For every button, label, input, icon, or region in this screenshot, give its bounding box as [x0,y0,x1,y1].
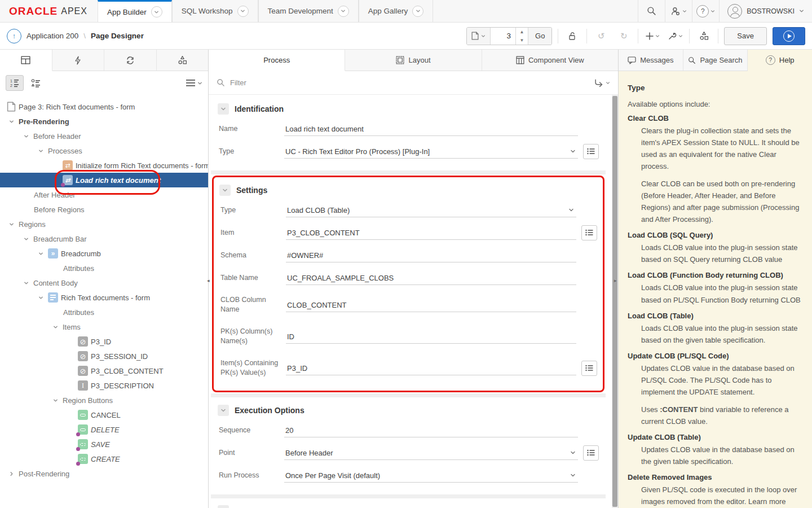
chevron-down-icon[interactable] [7,222,16,227]
tree-node-before-regions[interactable]: Before Regions [0,202,208,217]
list-of-values-button[interactable] [581,225,597,240]
search-icon[interactable] [638,0,665,22]
tree-node-pre-rendering[interactable]: Pre-Rendering [0,114,208,129]
expand-icon[interactable] [218,505,229,508]
schema-input[interactable]: #OWNER# [286,248,576,262]
tree-node-save-button[interactable]: SAVE [0,437,208,452]
tree-node-create-button[interactable]: CREATE [0,452,208,466]
tree-node-p3-id[interactable]: ⊘ P3_ID [0,334,208,349]
create-menu-icon[interactable] [644,28,661,45]
tree-node-region-buttons[interactable]: Region Buttons [0,393,208,408]
tab-rendering[interactable] [0,50,52,71]
user-menu[interactable]: BOSTROWSKI [719,0,812,22]
chevron-down-icon[interactable] [151,6,162,17]
tree-node-form-region[interactable]: Rich Text documents - form [0,290,208,305]
tab-sql-workshop[interactable]: SQL Workshop [172,0,258,22]
save-button[interactable]: Save [724,27,767,45]
type-select[interactable]: UC - Rich Text Editor Pro (Process) [Plu… [284,144,578,159]
tab-app-builder[interactable]: App Builder [98,0,172,22]
group-by-type-toggle[interactable] [27,75,45,91]
chevron-down-icon[interactable] [338,6,349,17]
chevron-down-icon[interactable] [7,119,16,124]
breadcrumb-application-link[interactable]: Application 200 [27,32,78,40]
tree-node-delete-button[interactable]: DELETE [0,422,208,437]
sequence-input[interactable]: 20 [284,423,578,437]
chevron-down-icon[interactable] [21,134,30,139]
tree-node-page[interactable]: Page 3: Rich Text documents - form [0,99,208,114]
tree-node-breadcrumb-bar[interactable]: Breadcrumb Bar [0,231,208,246]
utilities-wrench-icon[interactable] [667,28,683,45]
help-menu-icon[interactable]: ? [692,0,719,22]
tree-node-after-header[interactable]: After Header [0,187,208,202]
clob-column-input[interactable]: CLOB_CONTENT [286,297,576,312]
tab-process[interactable]: Process [209,50,345,71]
tree-node-p3-clob-content[interactable]: ⊘ P3_CLOB_CONTENT [0,364,208,378]
tree-node-form-attributes[interactable]: Attributes [0,305,208,319]
tree-node-content-body[interactable]: Content Body [0,275,208,290]
point-select[interactable]: Before Header [284,445,578,460]
collapse-icon[interactable] [218,103,229,115]
lock-icon[interactable] [564,28,581,45]
table-name-input[interactable]: UC_FROALA_SAMPLE_CLOBS [286,270,576,285]
pk-items-input[interactable]: P3_ID [286,361,576,375]
tree-node-regions[interactable]: Regions [0,217,208,231]
item-input[interactable]: P3_CLOB_CONTENT [286,225,576,240]
tab-page-shared-components[interactable] [157,50,209,71]
list-of-values-button[interactable] [581,361,597,376]
tab-app-gallery[interactable]: App Gallery [359,0,434,22]
undo-icon[interactable]: ↺ [593,28,610,45]
tree-node-cancel-button[interactable]: CANCEL [0,408,208,422]
tree-node-post-rendering[interactable]: Post-Rendering [0,466,208,481]
run-page-button[interactable] [773,27,805,45]
chevron-down-icon[interactable] [36,251,45,256]
page-picker-button[interactable] [467,28,491,45]
run-process-select[interactable]: Once Per Page Visit (default) [284,468,578,483]
chevron-down-icon[interactable] [412,6,423,17]
go-button[interactable]: Go [528,28,551,45]
goto-selection-icon[interactable] [594,78,610,87]
tree-node-processes[interactable]: Processes [0,143,208,158]
tab-processing[interactable] [104,50,157,71]
chevron-down-icon[interactable] [237,6,249,17]
chevron-right-icon[interactable] [7,471,16,476]
chevron-down-icon[interactable] [21,281,30,286]
name-input[interactable]: Load rich text document [284,121,578,136]
tree-node-breadcrumb-attributes[interactable]: Attributes [0,261,208,275]
list-of-values-button[interactable] [583,144,599,159]
tree-node-p3-session-id[interactable]: ⊘ P3_SESSION_ID [0,349,208,364]
settings-type-select[interactable]: Load CLOB (Table) [286,203,576,217]
panel-splitter-right[interactable]: ▸ [614,277,618,284]
pk-columns-input[interactable]: ID [286,329,576,344]
tree-node-load-rich-text-document[interactable]: ⇄ Load rich text document [0,173,208,187]
tree-menu-button[interactable] [186,80,202,86]
tab-page-search[interactable]: Page Search [683,50,748,71]
chevron-down-icon[interactable] [51,325,60,330]
chevron-down-icon[interactable] [36,295,45,300]
chevron-down-icon[interactable] [21,237,30,242]
collapse-icon[interactable] [219,185,231,196]
chevron-down-icon[interactable] [36,148,45,154]
admin-icon[interactable] [665,0,692,22]
tab-team-development[interactable]: Team Development [258,0,359,22]
list-of-values-button[interactable] [583,445,599,461]
filter-input[interactable] [230,78,589,87]
tree-node-breadcrumb-region[interactable]: » Breadcrumb [0,246,208,261]
tab-layout[interactable]: Layout [345,50,482,71]
page-number-input[interactable] [491,32,515,40]
tab-help[interactable]: ? Help [748,50,812,71]
redo-icon[interactable]: ↻ [615,28,632,45]
tab-dynamic-actions[interactable] [52,50,105,71]
up-arrow-icon[interactable]: ↑ [7,29,21,43]
collapse-icon[interactable] [218,405,229,416]
shared-components-icon[interactable] [695,28,712,45]
chevron-down-icon[interactable] [51,398,60,403]
tab-messages[interactable]: Messages [619,50,683,71]
tree-node-before-header[interactable]: Before Header [0,129,208,143]
tree-node-p3-description[interactable]: I P3_DESCRIPTION [0,378,208,393]
order-by-sequence-toggle[interactable]: 12 [6,75,24,91]
panel-splitter-left[interactable]: ◂ [207,277,211,284]
vertical-scrollbar[interactable] [612,95,618,508]
tree-node-items[interactable]: Items [0,319,208,334]
tab-component-view[interactable]: Component View [482,50,618,71]
page-number-stepper[interactable]: ▲▼ [515,28,528,45]
